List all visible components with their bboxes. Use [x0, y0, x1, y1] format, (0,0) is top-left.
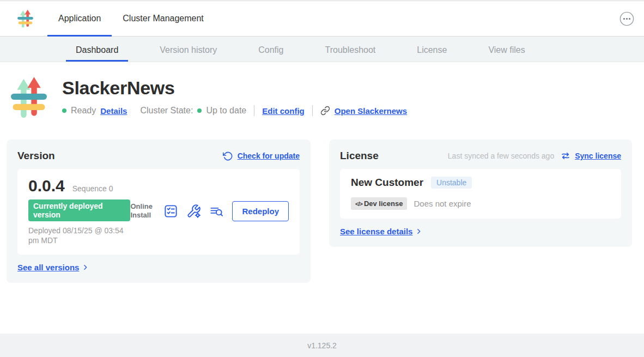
dashboard-cards: Version Check for update 0.0.4 Sequence …	[7, 140, 644, 283]
subnav-tab-troubleshoot[interactable]: Troubleshoot	[315, 37, 385, 62]
subnav-dashboard-label: Dashboard	[76, 45, 118, 55]
app-subnav: Dashboard Version history Config Trouble…	[0, 37, 644, 62]
page-title: SlackerNews	[62, 77, 407, 99]
version-card: Version Check for update 0.0.4 Sequence …	[7, 140, 311, 283]
app-icon-large	[11, 76, 47, 120]
check-update-link[interactable]: Check for update	[238, 152, 300, 160]
see-all-versions-row[interactable]: See all versions	[17, 263, 300, 272]
version-info: 0.0.4 Sequence 0 Currently deployed vers…	[28, 177, 130, 246]
cluster-state-label: Cluster State:	[140, 106, 193, 116]
subnav-tab-config[interactable]: Config	[248, 37, 293, 62]
tab-application[interactable]: Application	[47, 1, 112, 36]
current-version-panel: 0.0.4 Sequence 0 Currently deployed vers…	[17, 169, 300, 255]
tab-cluster-management-label: Cluster Management	[123, 14, 204, 23]
edit-config-link[interactable]: Edit config	[262, 106, 305, 116]
sync-arrows-icon	[561, 151, 570, 161]
refresh-icon	[223, 151, 233, 161]
sync-license-link[interactable]: Sync license	[575, 152, 621, 160]
license-expiration: Does not expire	[414, 199, 471, 208]
see-license-details-row[interactable]: See license details	[340, 227, 621, 236]
license-card-header: License Last synced a few seconds ago Sy…	[340, 149, 621, 162]
tab-cluster-management[interactable]: Cluster Management	[112, 1, 215, 36]
cluster-state-value: Up to date	[206, 106, 246, 116]
subnav-config-label: Config	[258, 45, 283, 55]
customer-name: New Customer	[351, 177, 423, 189]
license-type-row: </> Dev license Does not expire	[351, 197, 610, 210]
channel-badge: Unstable	[431, 177, 472, 189]
license-details-panel: New Customer Unstable </> Dev license Do…	[340, 169, 621, 219]
app-header-text: SlackerNews Ready Details Cluster State:…	[62, 76, 407, 120]
slackernews-logo-icon	[17, 9, 33, 28]
code-icon: </>	[355, 201, 362, 207]
open-app-link[interactable]: Open Slackernews	[335, 106, 407, 116]
edit-config-icon-button[interactable]	[186, 204, 201, 219]
deploy-logs-button[interactable]	[209, 204, 224, 219]
chain-link-icon	[320, 106, 330, 116]
divider	[312, 105, 313, 116]
version-actions: Online Install	[130, 201, 289, 221]
subnav-tab-version-history[interactable]: Version history	[150, 37, 227, 62]
app-status-row: Ready Details Cluster State: Up to date …	[62, 105, 407, 116]
last-synced-label: Last synced a few seconds ago	[448, 152, 554, 160]
top-navbar: Application Cluster Management	[0, 1, 644, 37]
divider	[254, 105, 254, 116]
overflow-menu-button[interactable]	[618, 10, 635, 27]
subnav-tab-license[interactable]: License	[407, 37, 457, 62]
status-details-link[interactable]: Details	[100, 106, 127, 116]
license-card-title: License	[340, 150, 379, 162]
lines-magnifier-icon	[209, 204, 224, 219]
subnav-version-history-label: Version history	[160, 45, 217, 55]
customer-row: New Customer Unstable	[351, 177, 610, 189]
version-number-row: 0.0.4 Sequence 0	[28, 177, 130, 195]
version-number: 0.0.4	[28, 177, 65, 195]
license-card: License Last synced a few seconds ago Sy…	[329, 140, 632, 247]
see-all-versions-link[interactable]: See all versions	[17, 263, 79, 272]
check-update-group[interactable]: Check for update	[223, 151, 300, 161]
redeploy-button[interactable]: Redeploy	[232, 201, 289, 221]
sync-license-group: Last synced a few seconds ago Sync licen…	[448, 151, 621, 161]
deployed-badge: Currently deployed version	[28, 199, 130, 221]
subnav-view-files-label: View files	[488, 45, 525, 55]
sequence-label: Sequence 0	[72, 184, 113, 193]
admin-console-page: Application Cluster Management Dashboard…	[0, 0, 644, 357]
license-type-badge: </> Dev license	[351, 197, 407, 210]
version-card-title: Version	[17, 150, 55, 162]
subnav-tab-dashboard[interactable]: Dashboard	[66, 37, 128, 62]
subnav-tab-view-files[interactable]: View files	[478, 37, 534, 62]
chevron-right-icon	[415, 228, 422, 235]
ellipsis-circle-icon	[618, 10, 635, 27]
install-type-label: Online Install	[130, 202, 155, 220]
preflight-checks-button[interactable]	[163, 204, 178, 219]
tab-application-label: Application	[58, 14, 101, 23]
console-footer: v1.125.2	[0, 334, 644, 357]
console-version: v1.125.2	[307, 341, 337, 350]
version-card-header: Version Check for update	[17, 149, 300, 162]
subnav-license-label: License	[417, 45, 447, 55]
app-header: SlackerNews Ready Details Cluster State:…	[11, 76, 644, 120]
see-license-details-link[interactable]: See license details	[340, 227, 412, 236]
app-status-dot	[62, 108, 66, 113]
license-type-label: Dev license	[364, 199, 403, 208]
cluster-state-dot	[197, 108, 202, 113]
subnav-troubleshoot-label: Troubleshoot	[325, 45, 375, 55]
app-status-label: Ready	[71, 106, 96, 116]
chevron-right-icon	[82, 264, 89, 271]
wrench-gear-icon	[186, 204, 201, 219]
checklist-icon	[163, 204, 178, 219]
top-tabs: Application Cluster Management	[47, 1, 215, 36]
deployed-timestamp: Deployed 08/15/25 @ 03:54 pm MDT	[28, 226, 130, 246]
app-logo-small[interactable]	[17, 9, 33, 28]
